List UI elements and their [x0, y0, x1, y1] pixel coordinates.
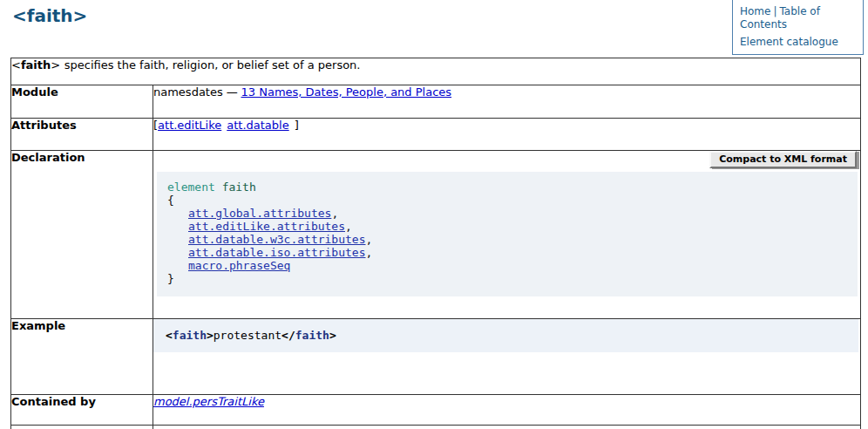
- code-link-att-datable-iso-attributes[interactable]: att.datable.iso.attributes: [188, 246, 366, 259]
- code-member-suffix: ,: [345, 220, 352, 233]
- code-line-open-brace: {: [167, 194, 847, 207]
- declaration-code-block: element faith { att.global.attributes, a…: [157, 172, 858, 296]
- example-close-tag-name: faith: [295, 329, 329, 342]
- example-content-text: protestant: [214, 329, 281, 342]
- nav-separator: |: [770, 5, 779, 17]
- module-name: namesdates: [153, 85, 223, 99]
- code-line-member: att.global.attributes,: [167, 207, 847, 220]
- module-value-cell: namesdates—13 Names, Dates, People, and …: [153, 85, 861, 119]
- attributes-value-cell: [att.editLikeatt.datable]: [153, 119, 861, 151]
- description-cell: <faith>specifies the faith, religion, or…: [11, 58, 861, 85]
- code-member-suffix: ,: [366, 233, 373, 246]
- code-line-member: macro.phraseSeq: [167, 259, 847, 272]
- top-nav-box: Home|Table of Contents Element catalogue: [732, 0, 864, 55]
- description-tag-open: <: [11, 58, 21, 72]
- contained-by-row: Contained by model.persTraitLike: [11, 395, 861, 426]
- declaration-row: Declaration Compact to XML format elemen…: [11, 151, 861, 319]
- compact-to-xml-button[interactable]: Compact to XML format: [709, 151, 857, 168]
- example-open-angle-close: >: [207, 329, 214, 342]
- module-label: Module: [11, 85, 153, 119]
- example-close-angle: >: [329, 329, 336, 342]
- declaration-button-row: Compact to XML format: [153, 151, 860, 168]
- element-reference-table: <faith>specifies the faith, religion, or…: [10, 58, 861, 429]
- code-element-name: faith: [222, 180, 256, 194]
- example-value-cell: <faith>protestant</faith>: [153, 319, 861, 395]
- code-line-member: att.datable.iso.attributes,: [167, 246, 847, 259]
- nav-line-2: Element catalogue: [740, 36, 858, 49]
- page-title: <faith>: [12, 5, 87, 26]
- description-row: <faith>specifies the faith, religion, or…: [11, 58, 861, 85]
- clipped-label-cell: [11, 426, 153, 429]
- code-member-suffix: ,: [366, 246, 373, 259]
- attributes-label: Attributes: [11, 119, 153, 151]
- description-text: specifies the faith, religion, or belief…: [64, 58, 361, 72]
- code-link-att-global-attributes[interactable]: att.global.attributes: [188, 207, 331, 220]
- description-tag-close: >: [51, 58, 60, 72]
- module-dash: —: [227, 85, 238, 99]
- nav-line-1: Home|Table of Contents: [740, 5, 858, 31]
- module-row: Module namesdates—13 Names, Dates, Peopl…: [11, 85, 861, 119]
- nav-link-element-catalogue[interactable]: Element catalogue: [740, 36, 838, 48]
- attribute-class-link-datable[interactable]: att.datable: [227, 119, 288, 132]
- example-end-open: </: [281, 329, 295, 342]
- model-perstraitlike-link[interactable]: model.persTraitLike: [153, 395, 264, 408]
- example-row: Example <faith>protestant</faith>: [11, 319, 861, 395]
- code-link-att-datable-w3c-attributes[interactable]: att.datable.w3c.attributes: [188, 233, 366, 246]
- code-line-close-brace: }: [167, 272, 847, 285]
- contained-by-value-cell: model.persTraitLike: [153, 395, 861, 426]
- example-open-angle: <: [166, 329, 173, 342]
- attribute-class-link-editlike[interactable]: att.editLike: [158, 119, 221, 132]
- declaration-label: Declaration: [11, 151, 153, 319]
- example-open-tag-name: faith: [173, 329, 207, 342]
- attributes-row: Attributes [att.editLikeatt.datable]: [11, 119, 861, 151]
- code-link-macro-phraseseq[interactable]: macro.phraseSeq: [188, 259, 290, 272]
- code-link-att-editlike-attributes[interactable]: att.editLike.attributes: [188, 220, 345, 233]
- code-keyword-element: element: [167, 180, 215, 194]
- code-line-member: att.editLike.attributes,: [167, 220, 847, 233]
- module-chapter-link[interactable]: 13 Names, Dates, People, and Places: [241, 85, 452, 99]
- contained-by-label: Contained by: [11, 395, 153, 426]
- code-line-member: att.datable.w3c.attributes,: [167, 233, 847, 246]
- nav-link-home[interactable]: Home: [740, 5, 770, 17]
- description-tag-name: faith: [21, 58, 51, 72]
- clipped-row: [11, 426, 861, 429]
- declaration-value-cell: Compact to XML format element faith { at…: [153, 151, 861, 319]
- code-member-suffix: ,: [331, 207, 338, 220]
- clipped-value-cell: [153, 426, 861, 429]
- code-line-element: element faith: [167, 180, 847, 194]
- example-code-block: <faith>protestant</faith>: [153, 319, 858, 352]
- example-label: Example: [11, 319, 153, 395]
- attributes-close-bracket: ]: [295, 119, 299, 132]
